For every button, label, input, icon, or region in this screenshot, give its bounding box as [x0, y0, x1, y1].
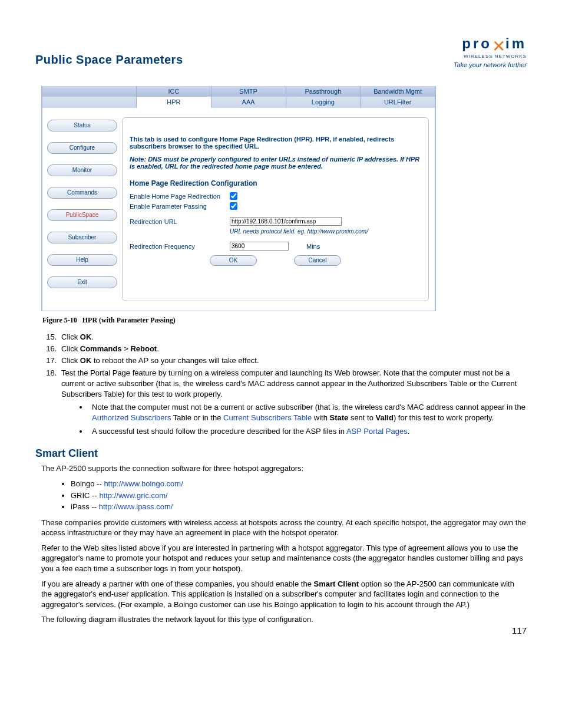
list-item: GRIC -- http://www.gric.com/: [71, 490, 527, 502]
step-15: Click OK.: [59, 332, 527, 342]
ok-button[interactable]: OK: [210, 255, 257, 266]
instruction-steps: Click OK. Click Commands > Reboot. Click…: [59, 332, 527, 437]
link-current-subscribers[interactable]: Current Subscribers Table: [223, 413, 312, 422]
link-ipass[interactable]: http://www.ipass.com/: [99, 502, 173, 511]
sidebar-item-publicspace[interactable]: PublicSpace: [47, 209, 117, 221]
tab-bandwidth[interactable]: Bandwidth Mgmt: [361, 86, 435, 97]
logo-x-icon: ✕: [492, 37, 505, 55]
enable-hpr-checkbox[interactable]: [230, 192, 237, 200]
logo-subtext: WIRELESS NETWORKS: [464, 54, 527, 59]
sidebar-item-configure[interactable]: Configure: [47, 142, 117, 154]
sidebar-item-commands[interactable]: Commands: [47, 187, 117, 199]
list-item: Boingo -- http://www.boingo.com/: [71, 478, 527, 490]
tab-hpr[interactable]: HPR: [137, 97, 211, 108]
url-hint: URL needs protocol field. eg. http://www…: [230, 228, 421, 235]
tab-urlfilter[interactable]: URLFilter: [361, 97, 435, 108]
logo-text-1: pro: [462, 35, 492, 51]
step-18: Test the Portal Page feature by turning …: [59, 368, 527, 437]
sidebar-item-exit[interactable]: Exit: [47, 276, 117, 288]
smart-client-heading: Smart Client: [35, 447, 527, 460]
smart-client-p2: These companies provide customers with w…: [41, 518, 527, 538]
redir-freq-unit: Mins: [306, 243, 320, 250]
enable-hpr-label: Enable Home Page Redirection: [130, 193, 230, 200]
cancel-button[interactable]: Cancel: [294, 255, 341, 266]
tab-aaa[interactable]: AAA: [211, 97, 286, 108]
panel-heading: Home Page Redirection Configuration: [130, 179, 421, 187]
sidebar-item-subscriber[interactable]: Subscriber: [47, 232, 117, 243]
redir-freq-input[interactable]: [230, 242, 289, 251]
link-boingo[interactable]: http://www.boingo.com/: [104, 479, 183, 488]
smart-client-p1: The AP-2500 supports the connection soft…: [41, 463, 527, 474]
tab-logging[interactable]: Logging: [286, 97, 361, 108]
panel-note: Note: DNS must be properly configured to…: [130, 156, 421, 170]
redir-url-label: Redirection URL: [130, 218, 230, 225]
step-18-sub-b: A successful test should follow the proc…: [88, 426, 527, 437]
sidebar-item-help[interactable]: Help: [47, 254, 117, 266]
sidebar-item-status[interactable]: Status: [47, 120, 117, 131]
link-asp-portal[interactable]: ASP Portal Pages: [346, 427, 408, 436]
tab-spacer: [42, 97, 137, 108]
logo-tagline: Take your network further: [428, 61, 527, 68]
logo-text-2: im: [505, 35, 527, 51]
page-title: Public Space Parameters: [35, 35, 183, 67]
hpr-config-screenshot: ICC SMTP Passthrough Bandwidth Mgmt HPR …: [41, 86, 436, 311]
link-authorized-subscribers[interactable]: Authorized Subscribers: [92, 413, 171, 422]
redir-url-input[interactable]: [230, 217, 342, 226]
enable-pp-label: Enable Parameter Passing: [130, 203, 230, 210]
logo: pro✕im WIRELESS NETWORKS Take your netwo…: [428, 35, 527, 68]
enable-pp-checkbox[interactable]: [230, 202, 237, 210]
hpr-panel: This tab is used to configure Home Page …: [122, 117, 429, 301]
page-number: 117: [512, 625, 527, 635]
panel-intro: This tab is used to configure Home Page …: [130, 136, 394, 150]
smart-client-p3: Refer to the Web sites listed above if y…: [41, 543, 527, 574]
tab-spacer: [42, 86, 137, 97]
figure-caption: Figure 5-10 HPR (with Parameter Passing): [42, 316, 527, 325]
tab-smtp[interactable]: SMTP: [211, 86, 286, 97]
redir-freq-label: Redirection Frequency: [130, 243, 230, 250]
aggregator-list: Boingo -- http://www.boingo.com/ GRIC --…: [71, 478, 527, 513]
link-gric[interactable]: http://www.gric.com/: [99, 491, 167, 500]
tab-icc[interactable]: ICC: [137, 86, 211, 97]
sidebar: Status Configure Monitor Commands Public…: [42, 108, 122, 311]
list-item: iPass -- http://www.ipass.com/: [71, 501, 527, 513]
step-16: Click Commands > Reboot.: [59, 344, 527, 354]
smart-client-p5: The following diagram illustrates the ne…: [41, 614, 527, 625]
step-17: Click OK to reboot the AP so your change…: [59, 355, 527, 366]
tab-passthrough[interactable]: Passthrough: [286, 86, 361, 97]
sidebar-item-monitor[interactable]: Monitor: [47, 164, 117, 176]
smart-client-p4: If you are already a partner with one of…: [41, 579, 527, 610]
step-18-sub-a: Note that the computer must not be a cur…: [88, 402, 527, 423]
